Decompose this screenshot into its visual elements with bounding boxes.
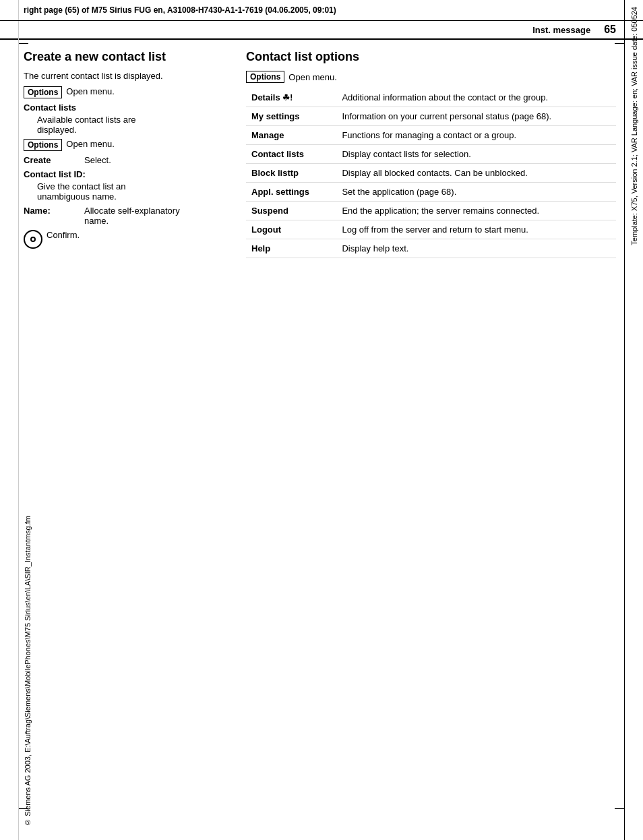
options-row-8: HelpDisplay help text. [246,239,616,258]
step-4-row: Create Select. [24,155,226,165]
options-header-desc: Open menu. [288,72,337,82]
confirm-dot [30,237,36,242]
options-key-5: Appl. settings [246,183,336,202]
create-desc: Select. [84,155,226,165]
options-key-4: Block listtp [246,164,336,183]
step-6-row: Name: Allocate self-explanatoryname. [24,206,226,226]
left-column: Create a new contact list The current co… [24,50,226,258]
options-val-8: Display help text. [336,239,616,258]
tick-bottom-right: — [615,802,624,813]
options-val-6: End the application; the server remains … [336,202,616,220]
options-key-1: My settings [246,107,336,126]
confirm-icon [24,230,42,249]
options-row-6: SuspendEnd the application; the server r… [246,202,616,220]
options-key-7: Logout [246,220,336,239]
step-7-row: Confirm. [24,230,226,249]
left-section-title: Create a new contact list [24,50,226,64]
options-val-3: Display contact lists for selection. [336,145,616,164]
page-header: right page (65) of M75 Sirius FUG en, A3… [0,0,643,21]
contact-list-id-label: Contact list ID: [24,169,226,179]
name-label: Name: [24,206,84,216]
page-number: 65 [604,24,616,36]
options-header-row: Options Open menu. [246,71,616,83]
page-number-bar: Inst. message 65 [0,21,643,40]
options-row-3: Contact listsDisplay contact lists for s… [246,145,616,164]
copyright-text: © Siemens AG 2003, E:\Auftrag\Siemens\Mo… [24,516,32,827]
sidebar-template-text: Template: X75, Version 2.1; VAR Language… [630,7,638,245]
options-key-6: Suspend [246,202,336,220]
options-val-4: Display all blocked contacts. Can be unb… [336,164,616,183]
details-label: Details [251,92,280,102]
main-content: Create a new contact list The current co… [0,40,643,272]
name-desc: Allocate self-explanatoryname. [84,206,226,226]
contact-list-id-desc: Give the contact list anunambiguous name… [37,181,226,202]
options-row-4: Block listtpDisplay all blocked contacts… [246,164,616,183]
options-val-0: Additional information about the contact… [336,88,616,107]
header-text: right page (65) of M75 Sirius FUG en, A3… [24,5,336,15]
step-3-row: Options Open menu. [24,139,226,151]
options-table: Details ☘!Additional information about t… [246,88,616,258]
options-row-7: LogoutLog off from the server and return… [246,220,616,239]
step-1-row: Options Open menu. [24,86,226,98]
right-column: Contact list options Options Open menu. … [246,50,616,258]
options-val-5: Set the application (page 68). [336,183,616,202]
options-row-2: ManageFunctions for managing a contact o… [246,126,616,145]
options-key-3: Contact lists [246,145,336,164]
create-label: Create [24,155,84,165]
options-row-5: Appl. settingsSet the application (page … [246,183,616,202]
options-row-1: My settingsInformation on your current p… [246,107,616,126]
options-key-0: Details ☘! [246,88,336,107]
options-button-1[interactable]: Options [24,86,62,98]
options-key-2: Manage [246,126,336,145]
step-3-desc: Open menu. [66,139,226,149]
confirm-desc: Confirm. [47,230,226,240]
tick-top-left: — [19,37,28,48]
contact-lists-desc: Available contact lists aredisplayed. [37,115,226,135]
options-key-8: Help [246,239,336,258]
options-button-right[interactable]: Options [246,71,284,83]
sidebar-left [0,0,19,840]
contact-lists-label: Contact lists [24,102,226,113]
right-section-title: Contact list options [246,50,616,64]
intro-text: The current contact list is displayed. [24,71,226,81]
section-name: Inst. message [532,25,590,35]
details-icon: ☘! [282,93,293,102]
options-val-1: Information on your current personal sta… [336,107,616,126]
options-val-7: Log off from the server and return to st… [336,220,616,239]
options-val-2: Functions for managing a contact or a gr… [336,126,616,145]
options-row-0: Details ☘!Additional information about t… [246,88,616,107]
options-button-2[interactable]: Options [24,139,62,151]
step-1-desc: Open menu. [66,86,226,96]
tick-top-right: — [615,37,624,48]
sidebar-right: Template: X75, Version 2.1; VAR Language… [624,0,643,840]
